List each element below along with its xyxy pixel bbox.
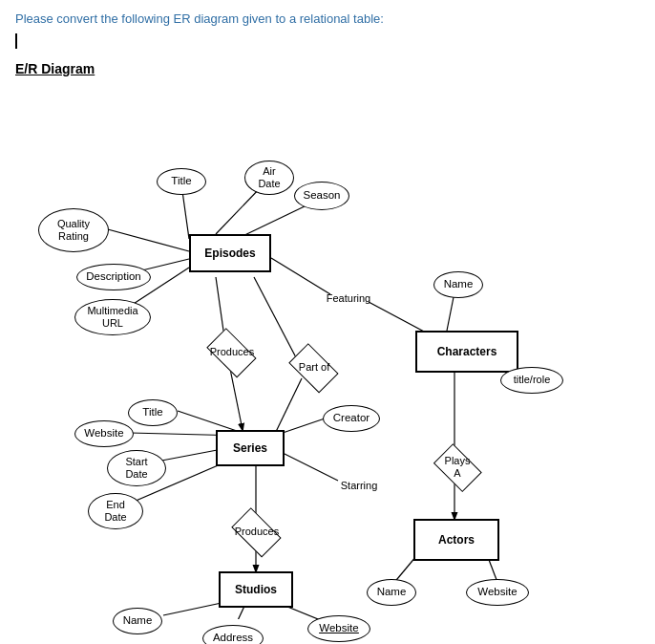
svg-line-7: [230, 369, 243, 430]
attr-name-actors: Name: [367, 579, 416, 606]
svg-line-17: [281, 452, 338, 481]
rel-starring: Starring: [330, 474, 388, 499]
attr-quality-rating: QualityRating: [38, 208, 109, 252]
attr-title-episodes: Title: [157, 168, 206, 195]
rel-featuring: Featuring: [319, 287, 378, 311]
attr-title-role: title/role: [500, 367, 563, 394]
svg-line-20: [447, 292, 454, 331]
svg-line-8: [271, 258, 330, 294]
svg-line-2: [216, 186, 262, 234]
section-title: E/R Diagram: [15, 61, 640, 76]
entity-studios: Studios: [219, 571, 293, 608]
attr-air-date: AirDate: [244, 161, 294, 195]
attr-season: Season: [294, 182, 349, 210]
attr-website-actors: Website: [466, 579, 529, 606]
attr-title-series: Title: [128, 399, 178, 426]
attr-website-studios: Website: [307, 615, 370, 642]
svg-line-9: [369, 302, 426, 333]
svg-line-10: [273, 378, 302, 438]
rel-produces-studios: Produces: [227, 514, 286, 550]
attr-creator: Creator: [323, 405, 380, 432]
entity-actors: Actors: [413, 519, 499, 561]
attr-description: Description: [76, 264, 151, 290]
rel-plays-a: PlaysA: [430, 449, 485, 485]
attr-multimedia-url: MultimediaURL: [74, 299, 151, 335]
entity-series: Series: [216, 430, 285, 466]
attr-website-series: Website: [74, 420, 134, 447]
attr-end-date: EndDate: [88, 493, 143, 529]
attr-address-studios: Address: [202, 625, 264, 644]
intro-text: Please convert the following ER diagram …: [15, 11, 640, 26]
entity-characters: Characters: [415, 331, 518, 373]
er-diagram: Episodes Series Characters Actors Studio…: [15, 84, 636, 619]
svg-line-1: [182, 191, 189, 239]
cursor: [15, 33, 17, 49]
rel-produces-episodes: Produces: [202, 334, 262, 371]
attr-name-studios: Name: [113, 608, 162, 634]
attr-name-characters: Name: [433, 271, 483, 298]
attr-start-date: StartDate: [107, 450, 166, 486]
rel-part-of: Part of: [285, 350, 344, 386]
entity-episodes: Episodes: [189, 234, 271, 272]
